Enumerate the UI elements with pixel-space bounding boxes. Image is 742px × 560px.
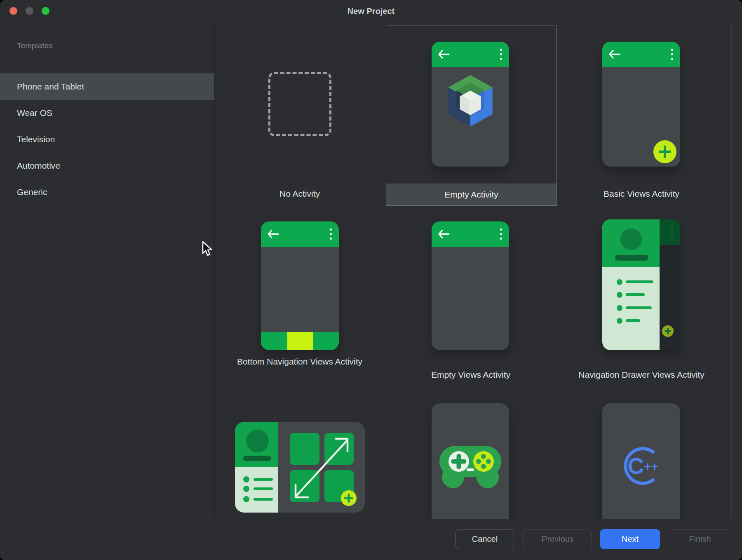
template-card-basic-views-activity[interactable]	[602, 42, 680, 167]
template-card-bottom-navigation[interactable]	[261, 221, 339, 350]
drawer-list-bullet	[243, 476, 249, 482]
drawer-list-line	[626, 280, 653, 283]
template-card-navigation-drawer[interactable]	[602, 219, 680, 350]
finish-button[interactable]: Finish	[671, 529, 729, 549]
bottom-nav-bar	[261, 332, 339, 350]
template-card-empty-activity[interactable]: Empty Activity	[386, 26, 557, 206]
drawer-list-line	[626, 319, 640, 322]
titlebar: New Project	[0, 0, 742, 22]
drawer-list-bullet	[617, 305, 622, 311]
drawer-username-bar	[615, 255, 648, 261]
sidebar-item-phone-and-tablet[interactable]: Phone and Tablet	[0, 73, 214, 100]
content-right-divider	[731, 22, 732, 519]
template-card-responsive[interactable]	[235, 422, 365, 513]
nav-drawer-panel	[602, 219, 660, 350]
kebab-menu-icon	[671, 49, 673, 60]
fab-plus-icon	[653, 140, 676, 163]
sidebar-item-wear-os[interactable]: Wear OS	[0, 100, 214, 126]
drawer-list-line	[626, 293, 645, 296]
phone-appbar	[261, 221, 339, 247]
drawer-list-bullet	[617, 292, 622, 298]
compose-logo-icon	[444, 73, 496, 131]
phone-appbar	[432, 42, 509, 67]
sidebar-item-automotive[interactable]: Automotive	[0, 153, 214, 179]
sidebar-item-television[interactable]: Television	[0, 126, 214, 153]
gamepad-icon	[437, 442, 503, 490]
footer: Cancel Previous Next Finish	[0, 519, 742, 560]
phone-appbar	[602, 42, 680, 67]
next-button[interactable]: Next	[600, 529, 660, 549]
card-label-navigation-drawer: Navigation Drawer Views Activity	[555, 370, 728, 380]
drawer-list-line	[254, 498, 273, 501]
kebab-menu-icon	[500, 49, 502, 60]
kebab-menu-icon	[330, 228, 332, 240]
card-label-bottom-navigation: Bottom Navigation Views Activity	[232, 355, 368, 369]
drawer-header	[602, 219, 660, 267]
avatar-icon	[246, 430, 269, 452]
card-label-basic-views: Basic Views Activity	[580, 189, 703, 199]
cpp-logo-icon: C ++	[617, 447, 666, 485]
template-card-native-cpp[interactable]: C ++	[602, 403, 680, 519]
window-title: New Project	[0, 0, 742, 22]
bottom-nav-selected-tab	[287, 332, 313, 350]
drawer-list-bullet	[617, 318, 622, 324]
back-arrow-icon	[267, 229, 279, 239]
phone-appbar	[432, 221, 509, 247]
sidebar-item-generic[interactable]: Generic	[0, 179, 214, 205]
drawer-list-bullet	[243, 486, 249, 492]
back-arrow-icon	[438, 49, 450, 59]
drawer-list-bullet	[243, 496, 249, 502]
card-label-no-activity: No Activity	[238, 189, 362, 199]
new-project-dialog: New Project Templates Phone and Tablet W…	[0, 0, 742, 560]
kebab-menu-icon	[500, 228, 502, 240]
kebab-menu-icon	[671, 226, 673, 238]
responsive-drawer-header	[235, 422, 278, 467]
drawer-list-line	[626, 306, 652, 309]
template-card-game-activity[interactable]	[432, 403, 509, 519]
drawer-list-line	[254, 478, 273, 481]
card-label-empty-views: Empty Views Activity	[409, 370, 533, 380]
phone-mockup-empty-activity	[432, 42, 509, 167]
card-label-empty-activity: Empty Activity	[386, 184, 556, 205]
fab-plus-icon	[341, 490, 357, 506]
sidebar: Templates Phone and Tablet Wear OS Telev…	[0, 22, 215, 560]
back-arrow-icon	[608, 49, 621, 59]
avatar-icon	[620, 228, 642, 250]
templates-header: Templates	[17, 41, 53, 50]
cancel-button[interactable]: Cancel	[456, 529, 514, 549]
drawer-list-bullet	[617, 279, 622, 285]
cursor-pointer-icon	[202, 241, 213, 259]
svg-text:++: ++	[644, 459, 658, 473]
template-card-empty-views[interactable]	[432, 221, 509, 350]
responsive-drawer-list	[235, 467, 278, 513]
svg-text:C: C	[627, 453, 644, 479]
back-arrow-icon	[438, 229, 450, 239]
template-grid: No Activity	[215, 22, 742, 519]
template-card-no-activity[interactable]	[268, 72, 331, 136]
fab-plus-icon-dim	[662, 325, 674, 337]
drawer-list-line	[254, 487, 273, 490]
previous-button[interactable]: Previous	[524, 529, 592, 549]
responsive-username-bar	[243, 456, 271, 461]
